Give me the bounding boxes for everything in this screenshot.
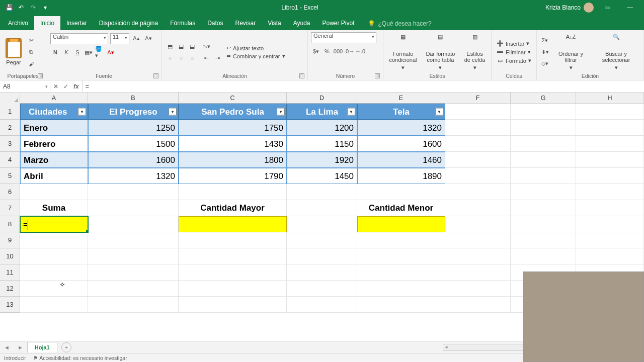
- cell-a7[interactable]: Suma: [20, 200, 88, 216]
- col-header-e[interactable]: E: [357, 93, 445, 103]
- sheet-tab-hoja1[interactable]: Hoja1: [27, 342, 57, 352]
- cell-b3[interactable]: 1500: [88, 136, 179, 152]
- conditional-format-button[interactable]: ▦Formato condicional▾: [386, 33, 420, 71]
- bold-button[interactable]: N: [50, 47, 60, 57]
- cell-g5[interactable]: [511, 168, 576, 184]
- row-header-11[interactable]: 11: [0, 264, 20, 281]
- col-header-g[interactable]: G: [511, 93, 576, 103]
- cell-f1[interactable]: [445, 104, 511, 120]
- row-header-1[interactable]: 1: [0, 104, 20, 120]
- ribbon-display-icon[interactable]: ▭: [597, 4, 617, 11]
- user-name[interactable]: Krizia Blanco: [545, 4, 581, 11]
- align-right-icon[interactable]: ≡: [187, 53, 197, 63]
- filter-icon[interactable]: ▾: [78, 108, 86, 116]
- font-size-select[interactable]: 11: [110, 33, 129, 44]
- font-dialog-icon[interactable]: ◲: [153, 73, 158, 78]
- tab-datos[interactable]: Datos: [201, 16, 229, 30]
- cell-a11[interactable]: [20, 264, 88, 281]
- cell-h5[interactable]: [576, 168, 644, 184]
- cell-g2[interactable]: [511, 120, 576, 136]
- cell-c7[interactable]: Cantidad Mayor: [179, 200, 287, 216]
- orientation-icon[interactable]: ⤡▾: [201, 41, 211, 51]
- cell-f5[interactable]: [445, 168, 511, 184]
- decrease-decimal-icon[interactable]: ←.0: [355, 46, 365, 56]
- qat-customize-icon[interactable]: ▾: [41, 4, 49, 12]
- align-top-icon[interactable]: ⬒: [165, 41, 175, 51]
- col-header-d[interactable]: D: [287, 93, 357, 103]
- tab-ayuda[interactable]: Ayuda: [287, 16, 316, 30]
- cell-c2[interactable]: 1750: [179, 120, 287, 136]
- cell-h2[interactable]: [576, 120, 644, 136]
- tell-me[interactable]: 💡 ¿Qué desea hacer?: [365, 17, 435, 30]
- cell-h8[interactable]: [576, 216, 644, 232]
- fx-icon[interactable]: fx: [73, 83, 79, 90]
- cell-c6[interactable]: [179, 184, 287, 200]
- align-middle-icon[interactable]: ⬓: [176, 41, 186, 51]
- cell-c9[interactable]: [179, 232, 287, 248]
- cell-b8[interactable]: [88, 216, 179, 232]
- cell-d13[interactable]: [287, 297, 357, 313]
- format-cells-button[interactable]: ▭Formato ▾: [495, 57, 533, 65]
- tab-powerpivot[interactable]: Power Pivot: [316, 16, 360, 30]
- cell-a2[interactable]: Enero: [20, 120, 88, 136]
- cell-f10[interactable]: [445, 248, 511, 264]
- cell-a12[interactable]: [20, 281, 88, 297]
- cell-e8[interactable]: [357, 216, 445, 232]
- cell-h1[interactable]: [576, 104, 644, 120]
- cell-f4[interactable]: [445, 152, 511, 168]
- cell-f13[interactable]: [445, 297, 511, 313]
- wrap-text-button[interactable]: ↩Ajustar texto: [226, 45, 285, 51]
- cell-b4[interactable]: 1600: [88, 152, 179, 168]
- enter-formula-icon[interactable]: ✓: [63, 83, 68, 90]
- select-all-cell[interactable]: [0, 93, 20, 104]
- cell-f7[interactable]: [445, 200, 511, 216]
- add-sheet-button[interactable]: +: [61, 342, 71, 352]
- cell-a5[interactable]: Abril: [20, 168, 88, 184]
- row-header-8[interactable]: 8: [0, 216, 20, 232]
- decrease-indent-icon[interactable]: ⇤: [201, 53, 211, 63]
- currency-icon[interactable]: $▾: [311, 46, 321, 56]
- cell-e6[interactable]: [357, 184, 445, 200]
- cell-g8[interactable]: [511, 216, 576, 232]
- row-header-5[interactable]: 5: [0, 168, 20, 184]
- decrease-font-icon[interactable]: A▾: [143, 33, 153, 43]
- font-color-button[interactable]: A▾: [106, 47, 116, 57]
- cell-b7[interactable]: [88, 200, 179, 216]
- cell-g1[interactable]: [511, 104, 576, 120]
- comma-icon[interactable]: 000: [333, 46, 343, 56]
- paste-button[interactable]: Pegar: [3, 37, 24, 66]
- cell-c8[interactable]: [179, 216, 287, 232]
- tab-revisar[interactable]: Revisar: [229, 16, 262, 30]
- percent-icon[interactable]: %: [322, 46, 332, 56]
- merge-center-button[interactable]: ⬌Combinar y centrar ▾: [226, 53, 285, 59]
- cell-e7[interactable]: Cantidad Menor: [357, 200, 445, 216]
- cell-f8[interactable]: [445, 216, 511, 232]
- copy-icon[interactable]: ⧉: [26, 47, 36, 57]
- tab-formulas[interactable]: Fórmulas: [164, 16, 201, 30]
- cell-d1[interactable]: La Lima▾: [287, 104, 357, 120]
- cell-b10[interactable]: [88, 248, 179, 264]
- cell-f3[interactable]: [445, 136, 511, 152]
- cell-g10[interactable]: [511, 248, 576, 264]
- cell-h7[interactable]: [576, 200, 644, 216]
- cell-h10[interactable]: [576, 248, 644, 264]
- user-avatar[interactable]: [584, 3, 594, 13]
- col-header-b[interactable]: B: [88, 93, 179, 103]
- font-name-select[interactable]: Calibri: [50, 33, 108, 44]
- format-painter-icon[interactable]: 🖌: [26, 59, 36, 69]
- cell-d4[interactable]: 1920: [287, 152, 357, 168]
- cell-h6[interactable]: [576, 184, 644, 200]
- cell-d11[interactable]: [287, 264, 357, 281]
- cell-g7[interactable]: [511, 200, 576, 216]
- cell-d8[interactable]: [287, 216, 357, 232]
- row-header-4[interactable]: 4: [0, 152, 20, 168]
- cell-f2[interactable]: [445, 120, 511, 136]
- cell-g6[interactable]: [511, 184, 576, 200]
- clipboard-dialog-icon[interactable]: ◲: [38, 73, 43, 78]
- fill-color-button[interactable]: 🪣▾: [95, 47, 105, 57]
- cell-d6[interactable]: [287, 184, 357, 200]
- cell-e9[interactable]: [357, 232, 445, 248]
- cell-d12[interactable]: [287, 281, 357, 297]
- cell-e11[interactable]: [357, 264, 445, 281]
- cut-icon[interactable]: ✂: [26, 36, 36, 46]
